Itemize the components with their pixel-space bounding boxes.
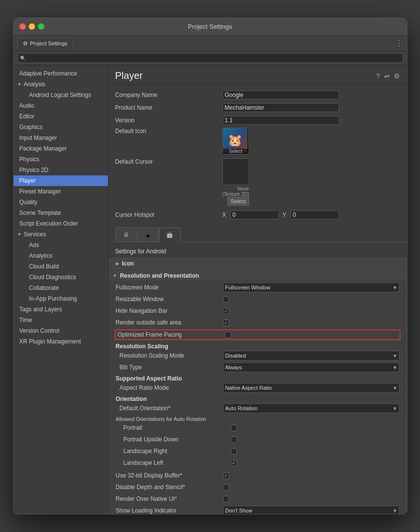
toolbar: ⚙ Project Settings ⋮ — [14, 36, 407, 51]
product-name-row: Product Name — [115, 102, 400, 113]
ios-icon: 📱 — [144, 231, 151, 238]
icon-select-label: Select — [223, 149, 249, 154]
resolution-section-body: Fullscreen Mode Fullscreen Window ▼ Resi… — [109, 281, 406, 514]
cursor-none-label: None — [222, 186, 249, 191]
sidebar-item-time[interactable]: Time — [14, 315, 108, 325]
landscape-left-checkbox[interactable] — [231, 460, 237, 466]
blit-type-select[interactable]: Always — [223, 362, 400, 372]
show-loading-label: Show Loading Indicator — [116, 507, 223, 514]
sidebar-item-in-app-purchasing[interactable]: In-App Purchasing — [14, 293, 108, 304]
sidebar-item-physics-2d[interactable]: Physics 2D — [14, 165, 108, 175]
tab-ios[interactable]: 📱 — [137, 227, 159, 242]
hide-nav-bar-checkbox[interactable] — [223, 308, 229, 314]
sidebar-item-version-control[interactable]: Version Control — [14, 325, 108, 336]
sidebar-item-cloud-build[interactable]: Cloud Build — [14, 261, 108, 272]
sidebar-item-xr-plugin-management[interactable]: XR Plugin Management — [14, 336, 108, 347]
aspect-ratio-mode-select[interactable]: Native Aspect Ratio — [223, 383, 400, 393]
android-icon: 🤖 — [166, 231, 173, 238]
sidebar-item-script-execution-order[interactable]: Script Execution Order — [14, 218, 108, 229]
default-orientation-select[interactable]: Auto Rotation — [223, 403, 400, 413]
resizable-window-checkbox[interactable] — [223, 296, 229, 303]
sidebar-item-preset-manager[interactable]: Preset Manager — [14, 186, 108, 197]
blit-type-row: Blit Type Always ▼ — [116, 362, 400, 372]
help-icon[interactable]: ? — [376, 72, 380, 80]
layout-icon[interactable]: ⇌ — [384, 72, 390, 80]
optimized-frame-checkbox[interactable] — [225, 332, 231, 338]
default-icon-area[interactable]: 🐹 Select — [222, 128, 249, 154]
settings-body: Company Name Product Name Version Defaul… — [109, 85, 407, 514]
sidebar-item-ads[interactable]: Ads — [14, 240, 108, 250]
render-over-native-checkbox[interactable] — [223, 496, 229, 502]
fullscreen-mode-select[interactable]: Fullscreen Window — [223, 283, 400, 292]
sidebar-item-tags-and-layers[interactable]: Tags and Layers — [14, 304, 108, 315]
sidebar-item-android-logcat[interactable]: Android Logcat Settings — [14, 90, 108, 100]
resolution-scaling-title: Resolution Scaling — [116, 343, 400, 350]
use-32bit-checkbox[interactable] — [223, 473, 229, 479]
sidebar-label: Services — [23, 230, 46, 239]
sidebar-item-input-manager[interactable]: Input Manager — [14, 133, 108, 143]
search-input[interactable] — [18, 53, 403, 63]
search-icon: 🔍 — [20, 56, 26, 61]
orientation-title: Orientation — [116, 396, 400, 402]
portrait-upside-down-label: Portrait Upside Down — [124, 436, 231, 443]
version-input[interactable] — [222, 116, 339, 125]
default-orientation-wrapper: Auto Rotation ▼ — [223, 403, 400, 413]
sidebar-item-editor[interactable]: Editor — [14, 111, 108, 122]
sidebar-item-analytics[interactable]: Analytics — [14, 250, 108, 261]
y-label: Y — [283, 211, 287, 218]
portrait-upside-down-checkbox[interactable] — [231, 437, 237, 443]
cursor-y-input[interactable] — [291, 210, 339, 219]
tab-monitor[interactable]: 🖥 — [115, 227, 137, 242]
maximize-button[interactable] — [38, 23, 44, 30]
settings-icon[interactable]: ⚙ — [394, 72, 400, 80]
portrait-upside-down-row: Portrait Upside Down — [116, 435, 400, 444]
expand-icon: ▶ — [116, 261, 119, 266]
sidebar: Adaptive Performance ▼ Analysis Android … — [14, 65, 109, 514]
sidebar-item-scene-template[interactable]: Scene Template — [14, 208, 108, 218]
sidebar-item-graphics[interactable]: Graphics — [14, 122, 108, 133]
render-over-native-row: Render Over Native UI* — [116, 494, 400, 504]
sidebar-item-audio[interactable]: Audio — [14, 100, 108, 111]
active-tab[interactable]: ⚙ Project Settings — [18, 38, 73, 49]
default-orientation-row: Default Orientation* Auto Rotation ▼ — [116, 403, 400, 413]
sidebar-item-cloud-diagnostics[interactable]: Cloud Diagnostics — [14, 272, 108, 283]
show-loading-wrapper: Don't Show ▼ — [223, 506, 400, 514]
close-button[interactable] — [19, 23, 26, 30]
landscape-right-row: Landscape Right — [116, 446, 400, 456]
landscape-right-checkbox[interactable] — [231, 448, 237, 455]
landscape-left-row: Landscape Left — [116, 458, 400, 468]
product-name-input[interactable] — [222, 103, 339, 112]
minimize-button[interactable] — [29, 23, 35, 30]
resolution-section-header[interactable]: ▼ Resolution and Presentation — [109, 271, 406, 281]
render-outside-checkbox[interactable] — [223, 320, 229, 326]
sidebar-item-adaptive-performance[interactable]: Adaptive Performance — [14, 68, 108, 79]
expand-icon: ▼ — [18, 230, 22, 239]
more-menu-button[interactable]: ⋮ — [395, 38, 403, 48]
disable-depth-checkbox[interactable] — [223, 484, 229, 491]
cursor-area[interactable] — [222, 158, 249, 185]
show-loading-select[interactable]: Don't Show — [223, 506, 400, 514]
sidebar-item-collaborate[interactable]: Collaborate — [14, 283, 108, 293]
tab-android[interactable]: 🤖 — [159, 228, 181, 242]
sidebar-item-physics[interactable]: Physics — [14, 154, 108, 165]
company-name-input[interactable] — [222, 91, 339, 99]
cursor-select-button[interactable]: Select — [227, 197, 249, 206]
sidebar-item-package-manager[interactable]: Package Manager — [14, 143, 108, 154]
icon-section-header[interactable]: ▶ Icon — [109, 258, 407, 269]
cursor-x-input[interactable] — [230, 210, 279, 219]
render-outside-label: Render outside safe area — [116, 319, 223, 326]
sidebar-item-quality[interactable]: Quality — [14, 197, 108, 208]
aspect-ratio-mode-wrapper: Native Aspect Ratio ▼ — [223, 383, 400, 393]
expand-icon: ▼ — [18, 80, 22, 89]
sidebar-item-analysis[interactable]: ▼ Analysis — [14, 79, 108, 90]
optimized-frame-row: Optimized Frame Pacing — [115, 329, 401, 340]
fullscreen-mode-row: Fullscreen Mode Fullscreen Window ▼ — [116, 283, 400, 292]
settings-for-label: Settings for Android — [115, 246, 400, 258]
sidebar-item-services[interactable]: ▼ Services — [14, 229, 108, 240]
cursor-texture-label: (Texture 2D) — [222, 191, 249, 197]
portrait-checkbox[interactable] — [231, 425, 237, 431]
cursor-hotspot-row: Cursor Hotspot X Y — [115, 209, 400, 220]
content-header: Player ? ⇌ ⚙ — [109, 65, 407, 85]
resolution-scaling-mode-select[interactable]: Disabled — [223, 351, 400, 361]
sidebar-item-player[interactable]: Player — [14, 175, 108, 186]
